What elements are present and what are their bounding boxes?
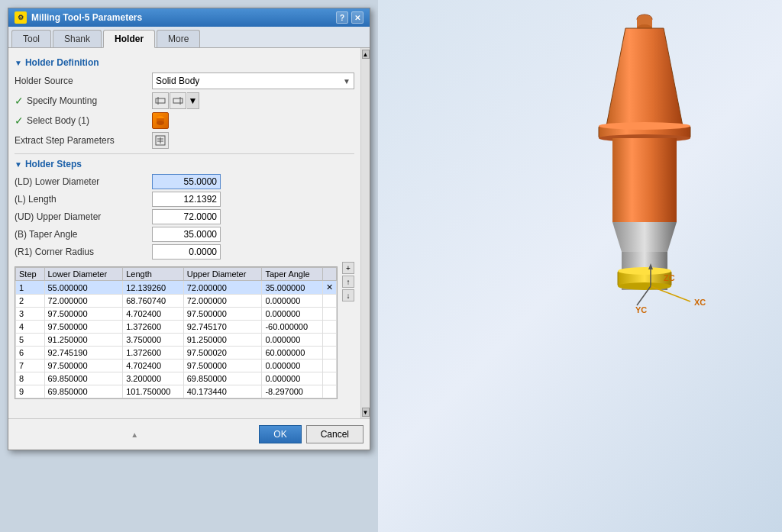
xc-axis-label: XC xyxy=(694,298,706,307)
table-row[interactable]: 5 91.250000 3.750000 91.250000 0.000000 xyxy=(16,334,337,347)
cell-step: 4 xyxy=(16,321,45,334)
table-row[interactable]: 2 72.000000 68.760740 72.000000 0.000000 xyxy=(16,295,337,308)
param-row-0: (LD) Lower Diameter xyxy=(15,174,354,189)
dialog-title: Milling Tool-5 Parameters xyxy=(31,12,142,23)
table-row[interactable]: 9 69.850000 101.750000 40.173440 -8.2970… xyxy=(16,385,337,398)
extract-icon xyxy=(155,135,166,146)
cell-step: 8 xyxy=(16,372,45,385)
select-body-label: ✓ Select Body (1) xyxy=(15,114,152,127)
tab-shank[interactable]: Shank xyxy=(53,30,102,47)
move-down-btn[interactable]: ↓ xyxy=(342,289,354,301)
steps-collapse-arrow[interactable]: ▼ xyxy=(15,160,22,169)
extract-step-btn[interactable] xyxy=(152,132,169,149)
svg-point-6 xyxy=(157,121,164,125)
tab-holder[interactable]: Holder xyxy=(103,30,155,48)
table-wrap: Step Lower Diameter Length Upper Diamete… xyxy=(15,262,338,399)
svg-rect-2 xyxy=(173,98,183,103)
param-label-2: (UD) Upper Diameter xyxy=(15,211,152,222)
cell-length: 4.702400 xyxy=(123,360,184,372)
param-input-2[interactable] xyxy=(152,209,221,224)
svg-line-33 xyxy=(651,286,690,301)
cell-upper: 72.000000 xyxy=(183,295,262,308)
cell-lower: 72.000000 xyxy=(44,295,123,308)
cell-lower: 69.850000 xyxy=(44,372,123,385)
cell-length: 1.372600 xyxy=(123,321,184,334)
table-row[interactable]: 3 97.500000 4.702400 97.500000 0.000000 xyxy=(16,308,337,321)
cell-step: 9 xyxy=(16,385,45,398)
holder-source-label: Holder Source xyxy=(15,76,152,86)
param-row-3: (B) Taper Angle xyxy=(15,227,354,242)
table-row[interactable]: 6 92.745190 1.372600 97.500020 60.000000 xyxy=(16,347,337,360)
steps-table-area: Step Lower Diameter Length Upper Diamete… xyxy=(15,262,354,399)
specify-mounting-controls: ▼ xyxy=(152,92,354,109)
mounting-btn-group: ▼ xyxy=(152,92,199,109)
holder-definition-header: ▼ Holder Definition xyxy=(15,57,354,68)
param-input-3[interactable] xyxy=(152,227,221,242)
cell-upper: 97.500000 xyxy=(183,308,262,321)
param-input-0[interactable] xyxy=(152,174,221,189)
steps-table: Step Lower Diameter Length Upper Diamete… xyxy=(15,267,337,398)
cancel-button[interactable]: Cancel xyxy=(306,425,364,443)
table-row[interactable]: 8 69.850000 3.200000 69.850000 0.000000 xyxy=(16,372,337,385)
help-button[interactable]: ? xyxy=(336,11,348,24)
mounting-btn-1[interactable] xyxy=(152,92,169,109)
cell-upper: 91.250000 xyxy=(183,334,262,347)
holder-source-control: Solid Body ▼ xyxy=(152,73,354,89)
cell-taper: 60.000000 xyxy=(262,347,323,360)
cell-length: 68.760740 xyxy=(123,295,184,308)
table-row[interactable]: 7 97.500000 4.702400 97.500000 0.000000 xyxy=(16,360,337,372)
green-holder-model xyxy=(775,15,782,275)
tab-bar: Tool Shank Holder More xyxy=(8,27,370,48)
mounting-icon-1 xyxy=(155,95,166,106)
holder-source-value: Solid Body xyxy=(156,76,199,86)
dialog-content: ▼ Holder Definition Holder Source Solid … xyxy=(8,48,360,418)
ok-button[interactable]: OK xyxy=(259,425,301,443)
extract-step-row: Extract Step Parameters xyxy=(15,132,354,149)
select-body-row: ✓ Select Body (1) xyxy=(15,112,354,129)
move-up-btn[interactable]: ↑ xyxy=(342,276,354,288)
table-row[interactable]: 4 97.500000 1.372600 92.745170 -60.00000… xyxy=(16,321,337,334)
holder-source-select[interactable]: Solid Body ▼ xyxy=(152,73,354,89)
select-body-btn[interactable] xyxy=(152,112,169,129)
param-label-1: (L) Length xyxy=(15,194,152,205)
col-length: Length xyxy=(123,268,184,281)
tab-more[interactable]: More xyxy=(157,30,200,47)
specify-mounting-label: ✓ Specify Mounting xyxy=(15,95,152,107)
param-input-1[interactable] xyxy=(152,192,221,207)
extract-step-controls xyxy=(152,132,354,149)
dialog-footer: ▲ OK Cancel xyxy=(8,418,370,450)
cell-step: 6 xyxy=(16,347,45,360)
table-header-row: Step Lower Diameter Length Upper Diamete… xyxy=(16,268,337,281)
cell-taper: -60.000000 xyxy=(262,321,323,334)
add-step-btn[interactable]: + xyxy=(342,262,354,274)
collapse-arrow[interactable]: ▼ xyxy=(15,59,22,67)
dialog-body: ▼ Holder Definition Holder Source Solid … xyxy=(8,48,370,418)
cell-taper: 0.000000 xyxy=(262,308,323,321)
mounting-dropdown-arrow[interactable]: ▼ xyxy=(187,92,199,109)
svg-point-31 xyxy=(618,282,671,290)
param-input-4[interactable] xyxy=(152,244,221,260)
close-button[interactable]: ✕ xyxy=(351,11,364,24)
scroll-down[interactable]: ▼ xyxy=(362,408,370,417)
table-side-buttons: + ↑ ↓ xyxy=(342,262,354,301)
param-row-4: (R1) Corner Radius xyxy=(15,244,354,260)
cell-taper: 0.000000 xyxy=(262,334,323,347)
tab-tool[interactable]: Tool xyxy=(11,30,51,47)
table-row[interactable]: 1 55.000000 12.139260 72.000000 35.00000… xyxy=(16,281,337,295)
cell-length: 3.750000 xyxy=(123,334,184,347)
cell-length: 3.200000 xyxy=(123,372,184,385)
col-lower-diameter: Lower Diameter xyxy=(44,268,123,281)
param-rows: (LD) Lower Diameter (L) Length (UD) Uppe… xyxy=(15,174,354,260)
cell-step: 3 xyxy=(16,308,45,321)
scroll-up[interactable]: ▲ xyxy=(362,50,370,59)
scroll-indicator: ▲ xyxy=(15,425,254,443)
cell-step: 1 xyxy=(16,281,45,295)
cell-lower: 69.850000 xyxy=(44,385,123,398)
mounting-btn-2[interactable] xyxy=(170,92,186,109)
svg-rect-0 xyxy=(156,98,165,103)
solid-body-icon xyxy=(154,114,166,127)
dialog-scrollbar[interactable]: ▲ ▼ xyxy=(360,48,370,418)
cell-step: 5 xyxy=(16,334,45,347)
delete-row-btn[interactable]: ✕ xyxy=(323,281,337,295)
holder-steps-title: Holder Steps xyxy=(25,159,82,169)
